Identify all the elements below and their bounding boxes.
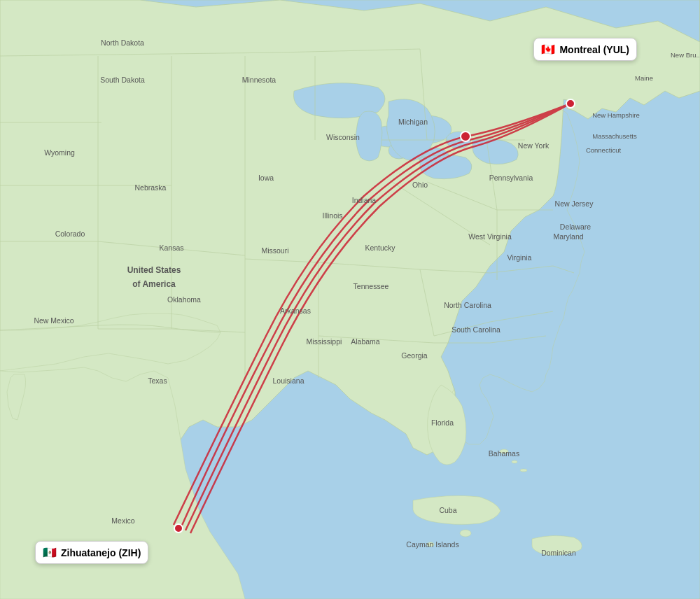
svg-text:Georgia: Georgia	[401, 351, 428, 360]
svg-text:Wyoming: Wyoming	[44, 148, 75, 157]
svg-text:Oklahoma: Oklahoma	[167, 295, 201, 304]
svg-text:New Hampshire: New Hampshire	[592, 111, 640, 119]
svg-text:Tennessee: Tennessee	[354, 282, 389, 290]
svg-point-7	[512, 460, 517, 463]
montreal-airport-name: Montreal (YUL)	[559, 44, 629, 55]
map-svg: North Dakota Minnesota Wisconsin Michiga…	[0, 0, 700, 599]
svg-text:Colorado: Colorado	[55, 230, 85, 238]
canada-flag: 🇨🇦	[541, 43, 555, 56]
svg-text:Arkansas: Arkansas	[280, 306, 311, 315]
svg-text:Cayman Islands: Cayman Islands	[406, 540, 458, 549]
intermediate-dot	[461, 132, 470, 141]
svg-text:Bahamas: Bahamas	[489, 449, 519, 458]
svg-text:West Virginia: West Virginia	[468, 232, 512, 241]
svg-text:Kentucky: Kentucky	[365, 244, 396, 252]
svg-text:Texas: Texas	[148, 376, 167, 385]
svg-text:Mexico: Mexico	[111, 516, 134, 525]
svg-text:Michigan: Michigan	[398, 118, 428, 126]
svg-text:Maryland: Maryland	[553, 232, 583, 241]
svg-text:Minnesota: Minnesota	[242, 76, 276, 84]
svg-text:United States: United States	[127, 265, 181, 275]
mexico-flag: 🇲🇽	[43, 546, 57, 559]
svg-text:of America: of America	[132, 279, 176, 289]
montreal-airport-label[interactable]: 🇨🇦 Montreal (YUL)	[533, 38, 637, 61]
svg-text:Maine: Maine	[635, 74, 653, 82]
svg-text:Iowa: Iowa	[258, 174, 274, 182]
svg-text:Missouri: Missouri	[261, 246, 288, 255]
svg-text:South Dakota: South Dakota	[100, 76, 145, 84]
zihuatanejo-airport-name: Zihuatanejo (ZIH)	[61, 547, 141, 558]
svg-text:North Carolina: North Carolina	[444, 301, 491, 309]
svg-text:Kansas: Kansas	[159, 244, 183, 252]
zihuatanejo-dot	[174, 524, 183, 533]
svg-text:Louisiana: Louisiana	[273, 376, 304, 385]
svg-text:Pennsylvania: Pennsylvania	[489, 174, 533, 182]
svg-text:Mississippi: Mississippi	[307, 337, 342, 346]
svg-text:Nebraska: Nebraska	[135, 183, 167, 192]
svg-text:Illinois: Illinois	[322, 211, 342, 220]
map-container: North Dakota Minnesota Wisconsin Michiga…	[0, 0, 700, 599]
svg-text:Ohio: Ohio	[412, 181, 428, 189]
svg-text:Wisconsin: Wisconsin	[326, 133, 360, 141]
svg-text:Alabama: Alabama	[351, 337, 380, 346]
svg-text:Massachusetts: Massachusetts	[592, 132, 637, 140]
svg-text:Cuba: Cuba	[439, 506, 456, 514]
svg-text:New Mexico: New Mexico	[34, 316, 74, 325]
svg-text:New Jersey: New Jersey	[555, 199, 594, 208]
svg-text:South Carolina: South Carolina	[451, 325, 500, 334]
svg-text:Florida: Florida	[431, 418, 454, 427]
svg-text:Indiana: Indiana	[352, 196, 377, 204]
svg-point-10	[460, 530, 471, 537]
zihuatanejo-airport-label[interactable]: 🇲🇽 Zihuatanejo (ZIH)	[35, 541, 148, 564]
svg-text:Virginia: Virginia	[507, 253, 532, 262]
svg-text:Connecticut: Connecticut	[586, 146, 622, 154]
svg-point-8	[520, 469, 527, 472]
svg-text:New Bru...: New Bru...	[671, 51, 700, 59]
svg-text:North Dakota: North Dakota	[101, 38, 144, 47]
montreal-dot	[566, 99, 575, 108]
svg-text:New York: New York	[518, 141, 550, 150]
svg-text:Dominican: Dominican	[541, 549, 576, 557]
svg-text:Delaware: Delaware	[560, 223, 592, 231]
